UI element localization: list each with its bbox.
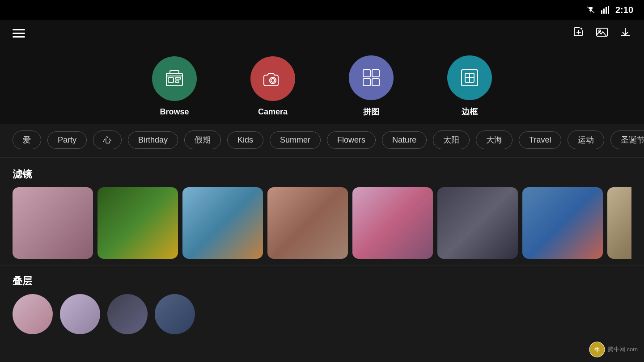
- svg-rect-15: [175, 81, 179, 82]
- tag-chip-Kids[interactable]: Kids: [227, 131, 263, 149]
- tag-chip-心[interactable]: 心: [93, 130, 122, 149]
- overlay-item-o1[interactable]: [13, 294, 53, 334]
- overlay-section: 叠层: [0, 267, 644, 339]
- wifi-icon: [586, 6, 596, 13]
- svg-rect-19: [372, 70, 379, 77]
- mode-browse-circle: [152, 56, 197, 101]
- new-project-button[interactable]: [572, 26, 585, 40]
- watermark-logo-icon: 牛: [589, 341, 605, 358]
- mode-collage-label: 拼图: [363, 106, 379, 117]
- tag-chip-Nature[interactable]: Nature: [382, 131, 427, 149]
- svg-rect-18: [363, 70, 370, 77]
- overlay-title: 叠层: [13, 274, 631, 288]
- tag-chip-Party[interactable]: Party: [47, 131, 87, 149]
- status-time: 2:10: [615, 5, 633, 15]
- svg-rect-13: [168, 78, 174, 82]
- svg-rect-20: [363, 79, 370, 86]
- filter-card-f6[interactable]: [437, 187, 518, 259]
- filter-card-f4[interactable]: [267, 187, 348, 259]
- tag-chip-Summer[interactable]: Summer: [270, 131, 321, 149]
- mode-collage-circle: [349, 55, 394, 100]
- overlay-item-o4[interactable]: [155, 294, 195, 334]
- mode-browse-label: Browse: [160, 107, 189, 117]
- svg-text:牛: 牛: [594, 347, 600, 353]
- tag-chip-Flowers[interactable]: Flowers: [327, 131, 376, 149]
- tags-row: 爱Party心Birthday假期KidsSummerFlowersNature…: [0, 124, 644, 156]
- svg-rect-0: [601, 10, 602, 14]
- tag-chip-Birthday[interactable]: Birthday: [128, 131, 178, 149]
- mode-camera-label: Camera: [258, 107, 288, 117]
- watermark-text: 腾牛网.com: [608, 345, 638, 354]
- mode-frame-circle: [447, 55, 492, 100]
- mode-frame-label: 边框: [462, 106, 478, 117]
- tag-chip-太阳[interactable]: 太阳: [433, 130, 470, 149]
- gallery-button[interactable]: [596, 26, 608, 40]
- download-button[interactable]: [619, 26, 631, 40]
- status-bar: 2:10: [0, 0, 644, 20]
- svg-rect-1: [603, 8, 605, 14]
- tag-chip-Travel[interactable]: Travel: [519, 131, 561, 149]
- filter-card-f2[interactable]: [97, 187, 178, 259]
- svg-point-17: [271, 79, 275, 82]
- tag-chip-运动[interactable]: 运动: [568, 130, 604, 149]
- mode-frame[interactable]: 边框: [447, 55, 492, 117]
- svg-rect-14: [175, 78, 181, 79]
- filter-card-f8[interactable]: [607, 187, 631, 259]
- filters-title: 滤镜: [13, 168, 631, 181]
- filters-scroll: [13, 187, 631, 259]
- top-bar-actions: [572, 26, 631, 40]
- filter-card-f7[interactable]: [522, 187, 603, 259]
- svg-point-11: [599, 30, 601, 32]
- tag-chip-圣诞节[interactable]: 圣诞节: [610, 130, 644, 149]
- signal-icon: [601, 6, 610, 14]
- mode-collage[interactable]: 拼图: [349, 55, 394, 117]
- divider-1: [0, 157, 644, 158]
- top-bar: [0, 20, 644, 46]
- tag-chip-假期[interactable]: 假期: [184, 130, 221, 149]
- filter-card-f1[interactable]: [13, 187, 93, 259]
- svg-rect-21: [372, 79, 379, 86]
- svg-rect-2: [606, 7, 607, 14]
- filter-card-f3[interactable]: [182, 187, 263, 259]
- divider-2: [0, 265, 644, 265]
- mode-camera-circle: [250, 56, 295, 101]
- filter-card-f5[interactable]: [352, 187, 433, 259]
- mode-camera[interactable]: Camera: [250, 56, 295, 117]
- svg-rect-3: [608, 6, 609, 14]
- mode-browse[interactable]: Browse: [152, 56, 197, 117]
- overlay-item-o3[interactable]: [107, 294, 148, 334]
- tag-chip-大海[interactable]: 大海: [476, 130, 513, 149]
- watermark: 牛 腾牛网.com: [589, 341, 638, 358]
- tag-chip-爱[interactable]: 爱: [13, 130, 41, 149]
- modes-row: Browse Camera 拼图: [0, 46, 644, 124]
- overlay-items: [13, 294, 631, 334]
- filters-section: 滤镜: [0, 160, 644, 263]
- menu-button[interactable]: [13, 29, 25, 38]
- overlay-item-o2[interactable]: [60, 294, 100, 334]
